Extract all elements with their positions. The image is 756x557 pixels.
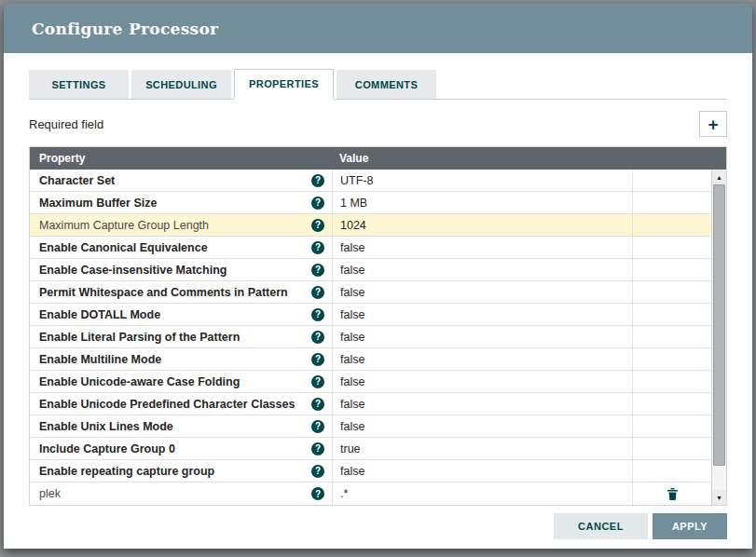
property-cell: Enable Case-insensitive Matching ?: [30, 259, 332, 280]
properties-toolbar: Required field +: [29, 111, 727, 137]
value-cell[interactable]: 1024: [332, 214, 632, 236]
scroll-down-icon[interactable]: ▼: [712, 490, 726, 505]
value-cell[interactable]: false: [332, 348, 632, 370]
value-cell[interactable]: false: [332, 393, 632, 414]
help-icon[interactable]: ?: [311, 264, 324, 277]
tab-settings[interactable]: SETTINGS: [29, 70, 129, 99]
table-row[interactable]: Permit Whitespace and Comments in Patter…: [30, 281, 711, 304]
value-cell[interactable]: false: [332, 259, 632, 280]
actions-cell: [632, 415, 711, 437]
tab-properties[interactable]: PROPERTIES: [234, 69, 334, 100]
table-row[interactable]: Enable Multiline Mode ? false: [30, 348, 711, 371]
property-name: Enable Unicode-aware Case Folding: [39, 375, 240, 388]
tab-bar: SETTINGS SCHEDULING PROPERTIES COMMENTS: [29, 70, 727, 100]
value-cell[interactable]: false: [332, 304, 632, 325]
help-icon[interactable]: ?: [311, 286, 324, 299]
table-row[interactable]: Include Capture Group 0 ? true: [30, 438, 711, 460]
value-cell[interactable]: false: [332, 326, 632, 347]
help-icon[interactable]: ?: [311, 420, 324, 433]
value-cell[interactable]: 1 MB: [332, 192, 632, 213]
property-cell: Permit Whitespace and Comments in Patter…: [30, 281, 332, 303]
property-cell: Enable repeating capture group ?: [30, 460, 332, 482]
actions-cell: [632, 214, 711, 236]
actions-cell: [632, 237, 711, 258]
value-cell[interactable]: true: [332, 438, 632, 459]
actions-cell: [632, 348, 711, 370]
help-icon[interactable]: ?: [311, 308, 324, 321]
property-name: Include Capture Group 0: [39, 442, 175, 455]
table-row[interactable]: Character Set ? UTF-8: [30, 170, 711, 192]
help-icon[interactable]: ?: [311, 197, 324, 210]
scroll-up-icon[interactable]: ▲: [712, 170, 726, 184]
tab-label: SETTINGS: [51, 79, 105, 90]
help-icon[interactable]: ?: [311, 241, 324, 254]
scrollbar-thumb[interactable]: [713, 184, 725, 466]
help-icon[interactable]: ?: [311, 219, 324, 232]
property-cell: Character Set ?: [30, 170, 332, 191]
value-cell[interactable]: false: [332, 415, 632, 437]
tab-label: PROPERTIES: [249, 78, 319, 89]
property-name: Maximum Buffer Size: [39, 197, 157, 210]
help-icon[interactable]: ?: [311, 331, 324, 344]
table-row[interactable]: Enable Unicode Predefined Character Clas…: [30, 393, 711, 415]
table-row[interactable]: Maximum Capture Group Length ? 1024: [30, 214, 711, 237]
apply-button[interactable]: APPLY: [653, 513, 727, 539]
table-row[interactable]: Maximum Buffer Size ? 1 MB: [30, 192, 711, 214]
value-cell[interactable]: UTF-8: [332, 170, 632, 191]
table-header-row: Property Value: [30, 147, 726, 170]
actions-cell: [632, 371, 711, 392]
table-row[interactable]: Enable Case-insensitive Matching ? false: [30, 259, 711, 281]
actions-cell: [632, 438, 711, 459]
value-cell[interactable]: false: [332, 281, 632, 303]
actions-cell: [632, 326, 711, 347]
property-name: Character Set: [39, 174, 115, 187]
tab-label: SCHEDULING: [145, 79, 217, 90]
value-cell[interactable]: false: [332, 237, 632, 258]
table-row[interactable]: Enable Canonical Equivalence ? false: [30, 237, 711, 259]
help-icon[interactable]: ?: [311, 465, 324, 478]
help-icon[interactable]: ?: [311, 487, 324, 500]
actions-cell: [632, 281, 711, 303]
table-row[interactable]: Enable Unix Lines Mode ? false: [30, 415, 711, 438]
table-rows-wrap: Character Set ? UTF-8 Maximum Buffer Siz…: [30, 170, 726, 505]
actions-cell: [632, 170, 711, 191]
property-cell: Include Capture Group 0 ?: [30, 438, 332, 459]
value-cell[interactable]: false: [332, 371, 632, 392]
property-name: Enable Case-insensitive Matching: [39, 264, 227, 277]
property-name: Enable Unix Lines Mode: [39, 420, 173, 433]
scrollbar-track[interactable]: [712, 184, 726, 490]
property-cell: Enable DOTALL Mode ?: [30, 304, 332, 325]
table-row[interactable]: Enable repeating capture group ? false: [30, 460, 711, 482]
property-name: Maximum Capture Group Length: [39, 219, 209, 232]
property-name: Enable Multiline Mode: [39, 353, 161, 366]
dialog-body: SETTINGS SCHEDULING PROPERTIES COMMENTS …: [4, 53, 752, 513]
actions-cell: [632, 460, 711, 482]
actions-cell: [632, 304, 711, 325]
property-cell: Enable Canonical Equivalence ?: [30, 237, 332, 258]
table-row[interactable]: Enable Literal Parsing of the Pattern ? …: [30, 326, 711, 348]
help-icon[interactable]: ?: [311, 442, 324, 455]
actions-cell: [632, 192, 711, 213]
property-cell: Enable Unix Lines Mode ?: [30, 415, 332, 437]
table-body: Character Set ? UTF-8 Maximum Buffer Siz…: [30, 170, 711, 505]
plus-icon: +: [708, 115, 718, 134]
trash-icon[interactable]: [667, 488, 678, 500]
help-icon[interactable]: ?: [311, 375, 324, 388]
property-name: Permit Whitespace and Comments in Patter…: [39, 286, 288, 299]
help-icon[interactable]: ?: [311, 174, 324, 187]
value-cell[interactable]: .*: [332, 482, 632, 505]
table-row[interactable]: Enable Unicode-aware Case Folding ? fals…: [30, 371, 711, 393]
property-name: Enable DOTALL Mode: [39, 308, 160, 321]
cancel-button[interactable]: CANCEL: [554, 513, 648, 539]
help-icon[interactable]: ?: [311, 353, 324, 366]
table-row[interactable]: Enable DOTALL Mode ? false: [30, 304, 711, 326]
tab-comments[interactable]: COMMENTS: [337, 70, 436, 99]
property-cell: Enable Unicode Predefined Character Clas…: [30, 393, 332, 414]
help-icon[interactable]: ?: [311, 398, 324, 411]
scrollbar[interactable]: ▲ ▼: [711, 170, 726, 505]
tab-scheduling[interactable]: SCHEDULING: [131, 70, 231, 99]
property-name: Enable repeating capture group: [39, 465, 214, 478]
value-cell[interactable]: false: [332, 460, 632, 482]
add-property-button[interactable]: +: [699, 111, 727, 137]
table-row[interactable]: plek ? .*: [30, 482, 711, 505]
